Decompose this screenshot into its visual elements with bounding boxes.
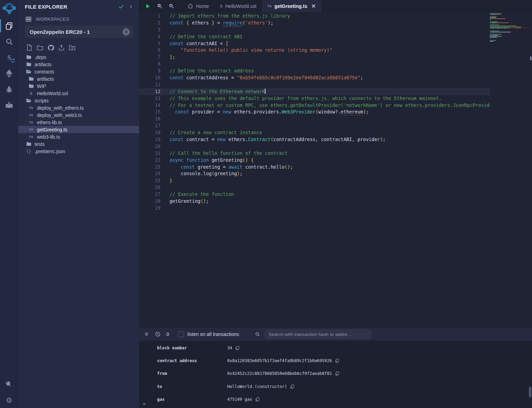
code-line-27[interactable]: 27// Execute the function <box>139 191 490 198</box>
tree-item-label: deploy_with_ethers.ts <box>37 105 84 111</box>
sidebar-item-plugin-manager[interactable] <box>0 376 18 392</box>
code-line-26[interactable]: 26 <box>139 184 490 191</box>
code-line-23[interactable]: 23 const greeting = await contract.hello… <box>139 164 490 171</box>
close-icon[interactable]: ✕ <box>311 3 316 9</box>
line-text: // Call the hello function of the contra… <box>170 150 490 157</box>
code-line-13[interactable]: 13// This example uses the default provi… <box>139 95 490 102</box>
sidebar-item-search[interactable] <box>0 34 18 50</box>
workspace-stepper-icon[interactable] <box>123 28 130 36</box>
code-line-21[interactable]: 21// Call the hello function of the cont… <box>139 150 490 157</box>
new-folder-icon[interactable] <box>36 44 44 51</box>
line-number: 15 <box>139 109 170 116</box>
copy-icon[interactable] <box>335 358 339 363</box>
remix-logo[interactable] <box>0 0 18 18</box>
copy-icon[interactable] <box>335 371 339 376</box>
code-line-28[interactable]: 28getGreeting(); <box>139 198 490 205</box>
sidebar-item-settings[interactable]: ⚙ <box>0 392 18 408</box>
line-text: const provider = new ethers.providers.We… <box>170 109 490 116</box>
debugger-bug-icon <box>5 86 13 93</box>
terminal-scrollbar-thumb[interactable] <box>529 387 531 397</box>
tree-item-tests[interactable]: tests <box>18 140 139 148</box>
code-line-29[interactable]: 29 <box>139 205 490 212</box>
workspaces-menu-icon[interactable] <box>26 17 31 21</box>
github-icon[interactable] <box>47 44 55 51</box>
sidebar-item-solidity-compiler[interactable]: S <box>0 50 18 66</box>
upload-file-icon[interactable] <box>58 44 65 51</box>
tree-item-artifacts[interactable]: artifacts <box>18 61 139 68</box>
tree-item--deps[interactable]: .deps <box>18 53 139 61</box>
tree-item-getgreeting-ts[interactable]: TSgetGreeting.ts <box>18 126 139 133</box>
code-line-7[interactable]: 7]; <box>139 54 490 61</box>
sidebar-item-file-explorer[interactable] <box>0 18 18 34</box>
code-line-1[interactable]: 1// Import ethers from the ethers.js lib… <box>139 13 490 20</box>
tab-helloworld-sol[interactable]: SHelloWorld.sol <box>214 0 262 12</box>
code-line-18[interactable]: 18// Create a new contract instance <box>139 129 490 136</box>
tree-item-artifacts[interactable]: artifacts <box>18 75 139 82</box>
workspace-check-icon[interactable] <box>118 4 124 9</box>
code-line-8[interactable]: 8 <box>139 61 490 68</box>
code-line-9[interactable]: 9// Define the contract address <box>139 68 490 74</box>
code-line-12[interactable]: 12// Connect to the Ethereum network <box>139 88 490 95</box>
zoom-in-icon[interactable] <box>165 0 177 12</box>
upload-folder-icon[interactable] <box>68 44 76 51</box>
tree-item-web3-lib-ts[interactable]: TSweb3-lib.ts <box>18 133 139 140</box>
copy-icon[interactable] <box>255 397 260 402</box>
line-text: // Execute the function <box>170 191 490 198</box>
workspace-select[interactable]: OpenZeppelin ERC20 - 1 <box>25 26 133 38</box>
code-line-25[interactable]: 25} <box>139 177 490 184</box>
tree-item-contracts[interactable]: contracts <box>18 68 139 75</box>
code-line-22[interactable]: 22async function getGreeting() { <box>139 157 490 164</box>
code-line-24[interactable]: 24 console.log(greeting); <box>139 170 490 177</box>
tab-getgreeting-ts[interactable]: TSgetGreeting.ts✕ <box>262 0 321 12</box>
ts-icon: TS <box>28 121 34 124</box>
code-line-20[interactable]: 20 <box>139 143 490 150</box>
tree-item-label: WIP <box>37 83 46 89</box>
tab-home[interactable]: Home <box>182 0 214 12</box>
file-tree: .depsartifactscontractsartifactsWIPSHell… <box>18 53 139 155</box>
minimap[interactable] <box>490 13 530 43</box>
code-line-16[interactable]: 16 <box>139 116 490 122</box>
folder-closed-icon <box>26 55 31 59</box>
tree-item-helloworld-sol[interactable]: SHelloWorld.sol <box>18 90 139 97</box>
run-script-button[interactable] <box>142 0 154 12</box>
code-line-6[interactable]: 6 "function hello() public view returns … <box>139 47 490 54</box>
code-line-2[interactable]: 2const { ethers } = require('ethers'); <box>139 20 490 27</box>
tree-item-deploy-with-ethers-ts[interactable]: TSdeploy_with_ethers.ts <box>18 104 139 111</box>
code-line-19[interactable]: 19const contract = new ethers.Contract(c… <box>139 136 490 143</box>
sidebar-item-learneth[interactable] <box>0 97 18 113</box>
tab-label: Home <box>196 3 209 9</box>
terminal-prompt[interactable]: > <box>143 401 146 406</box>
sidebar-item-deploy-run[interactable] <box>0 66 18 81</box>
copy-icon[interactable] <box>290 384 294 389</box>
terminal-output[interactable]: block number34contract address0x8a120383… <box>139 341 532 408</box>
editor-scrollbar-thumb[interactable] <box>530 56 532 60</box>
sidebar-item-debugger[interactable] <box>0 81 18 97</box>
code-line-17[interactable]: 17 <box>139 122 490 129</box>
terminal-collapse-icon[interactable] <box>144 331 149 337</box>
solidity-icon: S <box>28 91 34 96</box>
json-icon: {} <box>26 149 31 154</box>
home-icon <box>187 3 193 9</box>
code-line-15[interactable]: 15 const provider = new ethers.providers… <box>139 109 490 116</box>
tree-item--prettierrc-json[interactable]: {}.prettierrc.json <box>18 148 139 155</box>
code-line-5[interactable]: 5const contractABI = [ <box>139 40 490 47</box>
listen-transactions-checkbox[interactable] <box>178 331 184 337</box>
line-text: } <box>170 177 490 184</box>
terminal-clear-icon[interactable] <box>155 331 161 337</box>
code-line-14[interactable]: 14// For a testnet or custom RPC, use et… <box>139 102 490 109</box>
tree-item-scripts[interactable]: scripts <box>18 97 139 104</box>
code-line-11[interactable]: 11 <box>139 81 490 88</box>
zoom-out-icon[interactable] <box>154 0 165 12</box>
code-editor[interactable]: 1// Import ethers from the ethers.js lib… <box>139 12 532 328</box>
code-line-4[interactable]: 4// Define the contract ABI <box>139 33 490 40</box>
tree-item-ethers-lib-ts[interactable]: TSethers-lib.ts <box>18 119 139 126</box>
transaction-search-input[interactable] <box>265 330 371 339</box>
line-text: // Define the contract address <box>170 68 490 74</box>
code-line-10[interactable]: 10const contractAddress = "0xb54febb5c0c… <box>139 74 490 81</box>
code-line-3[interactable]: 3 <box>139 27 490 33</box>
panel-expand-chevron-icon[interactable] <box>129 4 133 9</box>
new-file-icon[interactable] <box>26 44 33 51</box>
copy-icon[interactable] <box>235 346 240 350</box>
tree-item-wip[interactable]: WIP <box>18 82 139 90</box>
tree-item-deploy-with-web3-ts[interactable]: TSdeploy_with_web3.ts <box>18 111 139 119</box>
